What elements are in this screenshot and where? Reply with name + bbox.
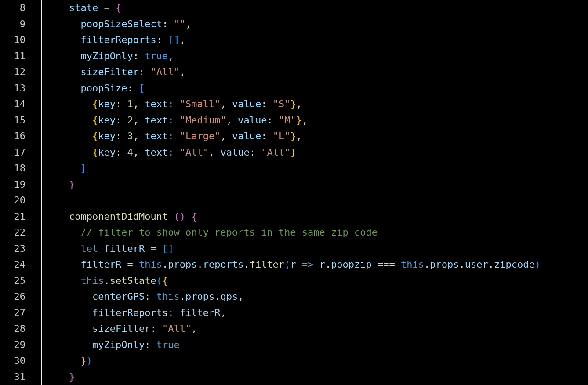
- token-brace: {: [92, 98, 98, 109]
- token-property: filterReports: [92, 307, 168, 318]
- code-line[interactable]: {key: 3, text: "Large", value: "L"},: [35, 128, 588, 145]
- code-line[interactable]: let filterR = []: [35, 241, 588, 257]
- token-punc: :: [162, 18, 168, 29]
- token-number: 2: [127, 115, 133, 126]
- token-punc: :: [168, 307, 174, 318]
- token-property: text: [145, 147, 168, 158]
- indent-guide: [69, 305, 69, 321]
- indent-guide: [69, 289, 69, 305]
- token-string: "All": [162, 323, 191, 334]
- code-line[interactable]: sizeFilter: "All",: [35, 321, 588, 337]
- token-paren: ): [180, 211, 185, 222]
- token-number: 1: [127, 98, 133, 109]
- token-punc: :: [150, 323, 156, 334]
- code-line[interactable]: filterR = this.props.reports.filter(r =>…: [35, 257, 588, 273]
- line-number: 15: [0, 113, 25, 129]
- indent-guide: [81, 113, 81, 129]
- code-line[interactable]: centerGPS: this.props.gps,: [35, 289, 588, 305]
- token-property: value: [232, 98, 261, 109]
- code-line[interactable]: sizeFilter: "All",: [35, 64, 588, 80]
- token-brace: }: [69, 371, 75, 382]
- code-line[interactable]: this.setState({: [35, 273, 588, 289]
- code-line[interactable]: // filter to show only reports in the sa…: [35, 225, 588, 241]
- line-number: 19: [0, 177, 25, 193]
- token-punc: ,: [296, 98, 302, 109]
- token-property: sizeFilter: [92, 323, 150, 334]
- token-punc: :: [116, 115, 121, 126]
- code-line[interactable]: myZipOnly: true,: [35, 48, 588, 65]
- token-property: props: [185, 291, 214, 302]
- token-punc: :: [168, 115, 174, 126]
- token-punc: .: [488, 259, 494, 270]
- token-punc: .: [180, 291, 185, 302]
- code-line[interactable]: filterReports: filterR,: [35, 305, 588, 321]
- token-punc: ,: [209, 147, 214, 158]
- code-line[interactable]: {key: 1, text: "Small", value: "S"},: [35, 96, 588, 113]
- line-number-gutter: 8 9 10 11 12 13 14 15 16 17 18 19 20 21 …: [0, 0, 35, 385]
- line-number: 21: [0, 209, 25, 225]
- indent-guide: [69, 353, 69, 369]
- line-number: 20: [0, 192, 25, 209]
- token-punc: .: [243, 259, 249, 270]
- token-punc: :: [145, 291, 150, 302]
- line-number: 31: [0, 369, 25, 385]
- code-line[interactable]: poopSizeSelect: "",: [35, 16, 588, 33]
- token-property: key: [98, 131, 116, 142]
- code-line[interactable]: poopSize: [: [35, 80, 588, 97]
- token-function: componentDidMount: [69, 211, 168, 222]
- code-line[interactable]: }: [35, 177, 588, 193]
- token-brace: }: [290, 98, 296, 109]
- indent-guide: [69, 64, 69, 80]
- token-property: sizeFilter: [80, 66, 138, 77]
- code-line[interactable]: }: [35, 369, 588, 385]
- code-line[interactable]: ]: [35, 160, 588, 177]
- token-brace: {: [191, 211, 197, 222]
- token-keyword: this: [80, 275, 104, 286]
- token-punc: :: [250, 147, 255, 158]
- token-variable: filterR: [180, 307, 221, 318]
- token-punc: ,: [133, 147, 139, 158]
- token-property: reports: [203, 259, 244, 270]
- code-line[interactable]: filterReports: [],: [35, 32, 588, 48]
- token-keyword: let: [80, 243, 98, 254]
- token-variable: r: [290, 259, 296, 270]
- token-variable: filterR: [80, 259, 121, 270]
- token-punc: ,: [220, 307, 226, 318]
- token-string: "Small": [180, 98, 221, 109]
- line-number: 9: [0, 16, 25, 33]
- token-bracket: ]: [80, 163, 86, 174]
- line-number: 28: [0, 321, 25, 337]
- line-number: 26: [0, 289, 25, 305]
- code-content[interactable]: state = { poopSizeSelect: "", filterRepo…: [35, 0, 588, 385]
- indent-guide: [69, 96, 69, 113]
- token-property: props: [430, 259, 459, 270]
- code-line[interactable]: {key: 2, text: "Medium", value: "M"},: [35, 113, 588, 129]
- code-line[interactable]: state = {: [35, 0, 588, 16]
- token-brace: {: [92, 147, 98, 158]
- indent-guide: [69, 273, 69, 289]
- token-property: poopzip: [331, 259, 372, 270]
- token-bracket: [: [139, 83, 145, 94]
- token-punc: ,: [226, 115, 232, 126]
- code-line[interactable]: }): [35, 353, 588, 369]
- code-line[interactable]: componentDidMount () {: [35, 209, 588, 225]
- token-property: key: [98, 147, 116, 158]
- token-property: poopSize: [80, 83, 127, 94]
- token-punc: ,: [185, 18, 191, 29]
- token-punc: ,: [168, 51, 174, 62]
- code-line[interactable]: {key: 4, text: "All", value: "All"}: [35, 145, 588, 161]
- token-string: "S": [273, 98, 290, 109]
- token-punc: ,: [238, 291, 243, 302]
- token-punc: :: [116, 147, 121, 158]
- token-property: gps: [220, 291, 238, 302]
- indent-guide: [69, 241, 69, 257]
- token-string: "All": [261, 147, 290, 158]
- token-paren: (: [284, 259, 290, 270]
- line-number: 11: [0, 48, 25, 65]
- code-line[interactable]: myZipOnly: true: [35, 337, 588, 353]
- token-paren: (: [174, 211, 179, 222]
- code-line[interactable]: [35, 192, 588, 209]
- indent-guide: [69, 48, 69, 65]
- indent-guide: [69, 16, 69, 33]
- token-property: props: [168, 259, 197, 270]
